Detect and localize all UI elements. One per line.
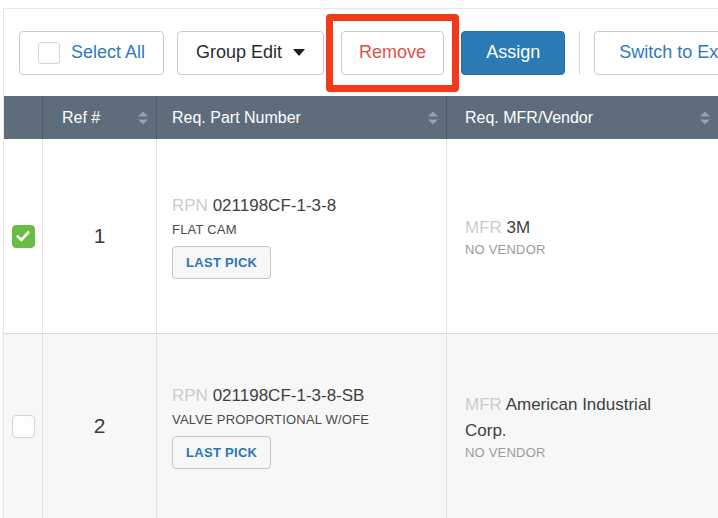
table-row-2-part-cell: RPN 021198CF-1-3-8-SB VALVE PROPORTIONAL… (157, 334, 447, 518)
sort-icon[interactable] (428, 111, 438, 124)
sort-icon[interactable] (700, 111, 710, 124)
caret-down-icon (293, 49, 305, 56)
rpn-label: RPN (172, 386, 208, 405)
part-number-line: RPN 021198CF-1-3-8 (172, 193, 336, 219)
table-row-1-ref-cell: 1 (43, 139, 157, 334)
group-edit-button[interactable]: Group Edit (177, 31, 324, 75)
part-description: FLAT CAM (172, 222, 237, 237)
mfr-label: MFR (465, 395, 502, 414)
table-row-2-ref-cell: 2 (43, 334, 157, 518)
last-pick-button[interactable]: LAST PICK (172, 436, 271, 469)
part-description: VALVE PROPORTIONAL W/OFE (172, 412, 369, 427)
table-row-1-mfr-cell: MFR 3M NO VENDOR (447, 139, 718, 334)
header-part-label: Req. Part Number (157, 109, 301, 127)
header-select-column (4, 96, 43, 139)
select-all-checkbox[interactable] (38, 42, 60, 64)
select-all-label: Select All (71, 42, 145, 63)
row-1-checkbox[interactable] (12, 225, 35, 248)
header-req-part-number[interactable]: Req. Part Number (157, 96, 447, 139)
select-all-button[interactable]: Select All (19, 31, 164, 75)
remove-button[interactable]: Remove (341, 31, 444, 75)
group-edit-label: Group Edit (196, 42, 282, 63)
table-row-2-mfr-cell: MFR American Industrial Corp. NO VENDOR (447, 334, 718, 518)
header-ref-number[interactable]: Ref # (43, 96, 157, 139)
table-row-2-select-cell (4, 334, 43, 518)
mfr-name: 3M (507, 218, 531, 237)
vendor-status: NO VENDOR (465, 445, 546, 460)
remove-annotation-box: Remove (326, 14, 459, 92)
table-row-1-select-cell (4, 139, 43, 334)
toolbar-divider (579, 31, 580, 75)
assign-button[interactable]: Assign (461, 31, 565, 75)
last-pick-button[interactable]: LAST PICK (172, 246, 271, 279)
mfr-line: MFR American Industrial Corp. (465, 392, 673, 443)
parts-table: Ref # Req. Part Number Req. MFR/Vendor 1… (4, 96, 718, 518)
content-panel: Select All Group Edit Remove Assign Swit… (3, 8, 718, 518)
header-mfr-label: Req. MFR/Vendor (447, 109, 593, 127)
check-icon (15, 228, 31, 244)
part-number-value: 021198CF-1-3-8 (213, 196, 336, 215)
header-req-mfr-vendor[interactable]: Req. MFR/Vendor (447, 96, 718, 139)
part-number-line: RPN 021198CF-1-3-8-SB (172, 383, 364, 409)
rpn-label: RPN (172, 196, 208, 215)
toolbar: Select All Group Edit Remove Assign Swit… (4, 9, 718, 96)
mfr-label: MFR (465, 218, 502, 237)
sort-icon[interactable] (138, 111, 148, 124)
mfr-line: MFR 3M (465, 215, 530, 241)
ref-number: 1 (94, 224, 106, 248)
ref-number: 2 (94, 414, 106, 438)
table-row-1-part-cell: RPN 021198CF-1-3-8 FLAT CAM LAST PICK (157, 139, 447, 334)
row-2-checkbox[interactable] (12, 415, 35, 438)
part-number-value: 021198CF-1-3-8-SB (213, 386, 365, 405)
switch-view-button[interactable]: Switch to Ex (594, 31, 718, 75)
header-ref-label: Ref # (43, 109, 100, 127)
vendor-status: NO VENDOR (465, 242, 546, 257)
